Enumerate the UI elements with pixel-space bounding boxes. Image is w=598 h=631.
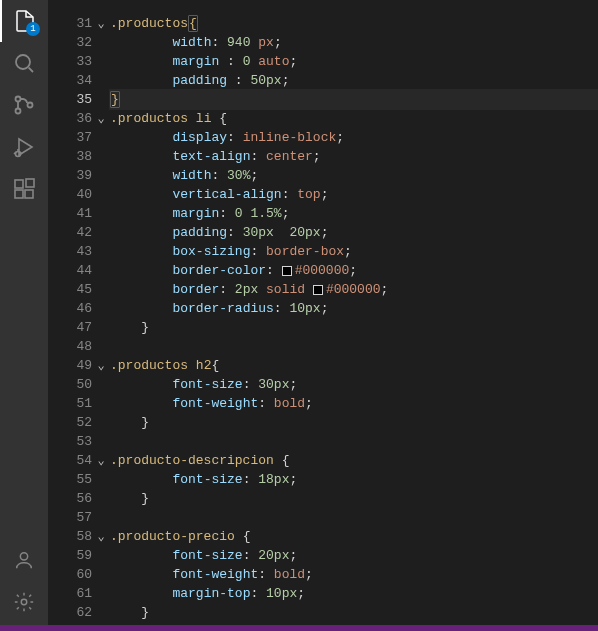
code-line[interactable] [110,337,598,356]
line-number: 52 [68,413,110,432]
line-number: 51 [68,394,110,413]
code-line[interactable]: font-weight: bold; [110,565,598,584]
line-number: 35 [68,90,110,109]
code-line[interactable]: box-sizing: border-box; [110,242,598,261]
svg-rect-5 [15,180,23,188]
fold-chevron-icon[interactable]: ⌄ [97,529,104,544]
svg-rect-8 [26,179,34,187]
color-swatch-icon[interactable] [282,266,292,276]
source-control-icon[interactable] [0,84,48,126]
code-line[interactable]: padding: 30px 20px; [110,223,598,242]
line-number: 47 [68,318,110,337]
code-line[interactable]: .producto-descripcion { [110,451,598,470]
svg-point-0 [16,55,30,69]
svg-point-1 [16,97,21,102]
code-line[interactable] [110,432,598,451]
code-line[interactable]: font-size: 18px; [110,470,598,489]
line-number: 34 [68,71,110,90]
code-line[interactable]: } [110,318,598,337]
code-line[interactable]: vertical-align: top; [110,185,598,204]
code-content[interactable]: .productos{ width: 940 px; margin : 0 au… [110,0,598,631]
line-number: 45 [68,280,110,299]
code-line[interactable]: } [110,413,598,432]
line-number: 48 [68,337,110,356]
line-gutter: 31⌄3233343536⌄37383940414243444546474849… [48,0,110,631]
line-number: 53 [68,432,110,451]
code-line[interactable] [110,508,598,527]
line-number: 38 [68,147,110,166]
account-icon[interactable] [0,539,48,581]
code-line[interactable]: text-align: center; [110,147,598,166]
line-number: 33 [68,52,110,71]
line-number: 39 [68,166,110,185]
line-number: 40 [68,185,110,204]
code-line[interactable]: width: 30%; [110,166,598,185]
code-line[interactable]: margin: 0 1.5%; [110,204,598,223]
svg-point-3 [28,103,33,108]
code-line[interactable]: } [110,489,598,508]
line-number: 49⌄ [68,356,110,375]
explorer-badge: 1 [26,22,40,36]
code-line[interactable]: } [110,90,598,109]
line-number: 60 [68,565,110,584]
code-line[interactable]: .productos h2{ [110,356,598,375]
line-number: 55 [68,470,110,489]
code-line[interactable]: } [110,603,598,622]
line-number: 50 [68,375,110,394]
line-number: 46 [68,299,110,318]
svg-rect-7 [25,190,33,198]
line-number: 32 [68,33,110,52]
activity-bar: 1 [0,0,48,631]
line-number: 31⌄ [68,14,110,33]
code-line[interactable]: .productos li { [110,109,598,128]
explorer-icon[interactable]: 1 [0,0,48,42]
extensions-icon[interactable] [0,168,48,210]
line-number: 37 [68,128,110,147]
svg-point-2 [16,109,21,114]
svg-point-9 [20,553,27,560]
code-line[interactable]: font-size: 20px; [110,546,598,565]
debug-icon[interactable] [0,126,48,168]
fold-chevron-icon[interactable]: ⌄ [97,111,104,126]
color-swatch-icon[interactable] [313,285,323,295]
settings-gear-icon[interactable] [0,581,48,623]
line-number: 57 [68,508,110,527]
line-number: 44 [68,261,110,280]
code-line[interactable]: border-radius: 10px; [110,299,598,318]
fold-chevron-icon[interactable]: ⌄ [97,358,104,373]
line-number: 42 [68,223,110,242]
line-number: 61 [68,584,110,603]
code-line[interactable]: border-color: #000000; [110,261,598,280]
line-number: 58⌄ [68,527,110,546]
status-bar[interactable] [0,625,598,631]
svg-point-10 [21,599,27,605]
fold-chevron-icon[interactable]: ⌄ [97,16,104,31]
code-line[interactable]: margin : 0 auto; [110,52,598,71]
search-icon[interactable] [0,42,48,84]
fold-chevron-icon[interactable]: ⌄ [97,453,104,468]
svg-rect-6 [15,190,23,198]
line-number: 41 [68,204,110,223]
line-number: 62 [68,603,110,622]
code-line[interactable]: display: inline-block; [110,128,598,147]
code-line[interactable]: font-weight: bold; [110,394,598,413]
code-line[interactable]: margin-top: 10px; [110,584,598,603]
code-line[interactable]: .producto-precio { [110,527,598,546]
line-number: 59 [68,546,110,565]
code-line[interactable]: padding : 50px; [110,71,598,90]
code-line[interactable]: width: 940 px; [110,33,598,52]
line-number: 43 [68,242,110,261]
line-number: 56 [68,489,110,508]
line-number: 54⌄ [68,451,110,470]
code-line[interactable]: font-size: 30px; [110,375,598,394]
code-line[interactable]: border: 2px solid #000000; [110,280,598,299]
code-editor[interactable]: 31⌄3233343536⌄37383940414243444546474849… [48,0,598,631]
code-line[interactable]: .productos{ [110,14,598,33]
line-number: 36⌄ [68,109,110,128]
